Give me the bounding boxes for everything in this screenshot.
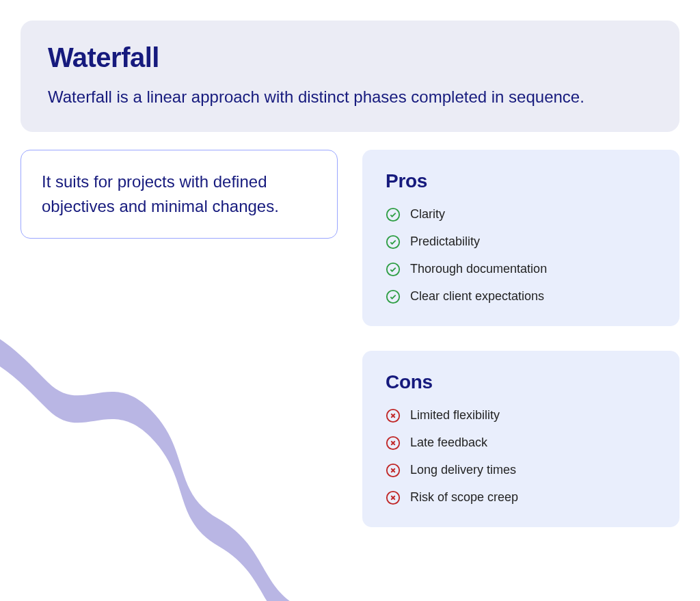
cons-item: Long delivery times (386, 463, 656, 478)
svg-point-3 (387, 290, 399, 302)
pros-title: Pros (386, 170, 656, 192)
cons-item-label: Limited flexibility (410, 408, 500, 423)
cons-item-label: Late feedback (410, 436, 487, 450)
check-circle-icon (386, 262, 401, 277)
cons-item-label: Risk of scope creep (410, 490, 518, 505)
check-circle-icon (386, 207, 401, 222)
x-circle-icon (386, 436, 401, 451)
check-circle-icon (386, 289, 401, 304)
pros-item-label: Predictability (410, 235, 480, 249)
note-card: It suits for projects with defined objec… (21, 150, 338, 239)
x-circle-icon (386, 463, 401, 478)
page-title: Waterfall (48, 42, 652, 73)
content-row: It suits for projects with defined objec… (21, 150, 679, 527)
svg-point-0 (387, 208, 399, 220)
pros-panel: Pros Clarity Predictability (362, 150, 679, 326)
pros-item-label: Thorough documentation (410, 262, 547, 276)
x-circle-icon (386, 490, 401, 505)
cons-item-label: Long delivery times (410, 463, 516, 477)
x-circle-icon (386, 408, 401, 423)
left-column: It suits for projects with defined objec… (21, 150, 338, 527)
cons-item: Risk of scope creep (386, 490, 656, 505)
pros-item: Clarity (386, 207, 656, 222)
svg-point-1 (387, 235, 399, 248)
note-text: It suits for projects with defined objec… (42, 170, 317, 219)
pros-item-label: Clarity (410, 207, 445, 222)
cons-item: Limited flexibility (386, 408, 656, 423)
check-circle-icon (386, 235, 401, 250)
pros-item: Clear client expectations (386, 289, 656, 304)
pros-item: Predictability (386, 235, 656, 250)
cons-item: Late feedback (386, 436, 656, 451)
header-card: Waterfall Waterfall is a linear approach… (21, 21, 679, 132)
cons-title: Cons (386, 371, 656, 393)
svg-point-2 (387, 263, 399, 275)
pros-item: Thorough documentation (386, 262, 656, 277)
page-description: Waterfall is a linear approach with dist… (48, 85, 652, 109)
pros-item-label: Clear client expectations (410, 289, 544, 304)
right-column: Pros Clarity Predictability (362, 150, 679, 527)
cons-panel: Cons Limited flexibility Late (362, 351, 679, 527)
